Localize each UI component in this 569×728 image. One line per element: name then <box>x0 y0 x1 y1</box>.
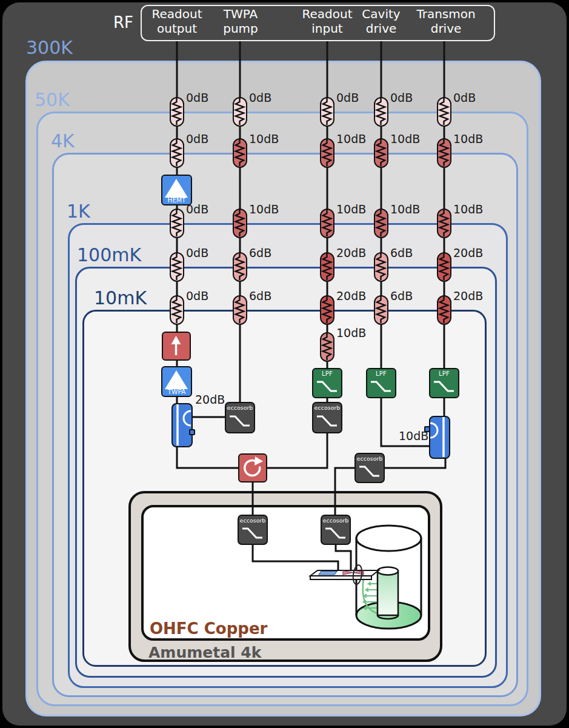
coupler-port-tab <box>189 429 195 435</box>
attenuation-label-transmon-drive-50K: 0dB <box>453 91 476 104</box>
feedline-pad <box>319 572 337 575</box>
lowpass-curve-icon <box>314 378 339 396</box>
attenuator-readout-input-100mK <box>320 252 334 282</box>
attenuation-label-cavity-drive-50K: 0dB <box>390 91 413 104</box>
resistor-zigzag-icon <box>171 139 182 166</box>
coupler-symbol <box>430 417 448 457</box>
attenuator-cavity-drive-4K <box>374 138 388 168</box>
resistor-zigzag-icon <box>321 253 333 280</box>
attenuation-label-transmon-drive-4K: 10dB <box>453 132 483 145</box>
eccosorb-label: eccosorb <box>313 404 341 411</box>
resistor-zigzag-icon <box>375 253 387 280</box>
resistor-zigzag-icon <box>438 296 450 323</box>
attenuator-twpa-pump-100mK <box>233 252 247 282</box>
resistor-zigzag-icon <box>438 139 450 166</box>
attenuator-cavity-drive-10mK <box>374 295 388 325</box>
attenuator-readout-output-10mK <box>170 295 184 325</box>
rf-label: RF <box>102 13 133 32</box>
resistor-zigzag-icon <box>234 253 245 280</box>
attenuation-label-readout-output-10mK: 0dB <box>186 289 208 302</box>
attenuation-label-twpa-pump-100mK: 6dB <box>249 246 271 259</box>
attenuation-label-readout-input-4K: 10dB <box>336 132 366 145</box>
attenuator-transmon-drive-50K <box>437 97 451 127</box>
attenuator-readout-output-50K <box>170 97 184 127</box>
cavity-post <box>378 567 398 619</box>
port-transmon-drive: Transmondrive <box>410 7 482 36</box>
attenuator-twpa-pump-50K <box>233 97 247 127</box>
resistor-zigzag-icon <box>234 98 245 125</box>
attenuation-label-cavity-drive-1K: 10dB <box>390 202 420 216</box>
resistor-zigzag-icon <box>171 253 182 280</box>
lpf-label: LPF <box>367 370 395 377</box>
eccosorb-label: eccosorb <box>239 517 267 524</box>
resistor-zigzag-icon <box>321 98 333 125</box>
eccosorb-label: eccosorb <box>226 404 254 411</box>
attenuator-readout-output-100mK <box>170 252 184 282</box>
attenuation-label-readout-input-1K: 10dB <box>336 202 366 216</box>
eccosorb-label: eccosorb <box>322 517 350 524</box>
eccosorb-label: eccosorb <box>356 455 384 462</box>
lpf-readout-input: LPF <box>312 368 342 398</box>
hemt-amplifier: HEMT <box>161 175 192 205</box>
resistor-zigzag-icon <box>375 98 387 125</box>
isolator-arrow-icon <box>163 333 189 359</box>
attenuation-label-readout-input-10mK: 20dB <box>336 289 366 302</box>
lowpass-curve-icon <box>431 378 456 396</box>
lpf-cavity-drive: LPF <box>366 368 396 398</box>
attenuator-cavity-drive-50K <box>374 97 388 127</box>
attenuator-readout-input-extra <box>320 332 334 362</box>
lowpass-curve-icon <box>357 463 382 481</box>
lpf-transmon-drive: LPF <box>429 368 459 398</box>
resistor-zigzag-icon <box>321 296 333 323</box>
eccosorb-readout-input: eccosorb <box>312 402 342 433</box>
wiring-svg <box>0 0 569 728</box>
resistor-zigzag-icon <box>375 210 387 236</box>
attenuator-readout-input-10mK <box>320 295 334 325</box>
attenuator-readout-input-50K <box>320 97 334 127</box>
eccosorb-sample-drive: eccosorb <box>321 515 351 545</box>
circulator-arrow-icon <box>239 455 265 481</box>
attenuator-twpa-pump-4K <box>233 138 247 168</box>
port-readout-output: Readoutoutput <box>141 7 213 36</box>
twpa-amplifier: TWPA <box>161 366 192 397</box>
lpf-label: LPF <box>313 370 341 377</box>
attenuation-label-cavity-drive-100mK: 6dB <box>390 246 413 259</box>
attenuator-twpa-pump-10mK <box>233 295 247 325</box>
attenuator-cavity-drive-100mK <box>374 252 388 282</box>
attenuation-label-readout-input-100mK: 20dB <box>336 246 366 259</box>
port-twpa-pump: TWPApump <box>204 7 277 36</box>
attenuator-cavity-drive-1K <box>374 209 388 238</box>
coupler-right-db-label: 10dB <box>399 429 427 442</box>
attenuation-label-readout-output-50K: 0dB <box>186 91 208 104</box>
coupler-left-db-label: 20dB <box>195 393 225 406</box>
attenuator-transmon-drive-4K <box>437 138 451 168</box>
resistor-zigzag-icon <box>321 210 333 236</box>
attenuator-readout-output-1K <box>170 209 184 238</box>
resistor-zigzag-icon <box>321 139 333 166</box>
lowpass-curve-icon <box>323 525 348 543</box>
coupler-symbol <box>173 404 191 446</box>
attenuation-label-transmon-drive-100mK: 20dB <box>453 246 483 259</box>
attenuation-label-twpa-pump-1K: 10dB <box>249 202 279 216</box>
resistor-zigzag-icon <box>171 98 182 125</box>
lowpass-curve-icon <box>368 378 393 396</box>
attenuator-readout-input-4K <box>320 138 334 168</box>
attenuation-label-transmon-drive-1K: 10dB <box>453 202 483 216</box>
resistor-zigzag-icon <box>438 210 450 236</box>
lowpass-curve-icon <box>227 413 252 431</box>
attenuation-label-readout-input-extra: 10dB <box>336 326 366 339</box>
eccosorb-drive-combined: eccosorb <box>354 453 385 483</box>
directional-coupler-drive <box>429 416 450 459</box>
resistor-zigzag-icon <box>375 139 387 166</box>
attenuation-label-readout-output-1K: 0dB <box>186 202 208 216</box>
lowpass-curve-icon <box>314 413 339 431</box>
resistor-zigzag-icon <box>375 296 387 323</box>
signal-wires <box>177 41 445 572</box>
resistor-zigzag-icon <box>438 253 450 280</box>
qubit-chip-holder <box>310 570 379 579</box>
attenuation-label-readout-output-100mK: 0dB <box>186 246 208 259</box>
isolator <box>162 332 191 361</box>
attenuator-transmon-drive-1K <box>437 209 451 238</box>
resistor-zigzag-icon <box>321 333 333 360</box>
resistor-zigzag-icon <box>234 210 245 236</box>
